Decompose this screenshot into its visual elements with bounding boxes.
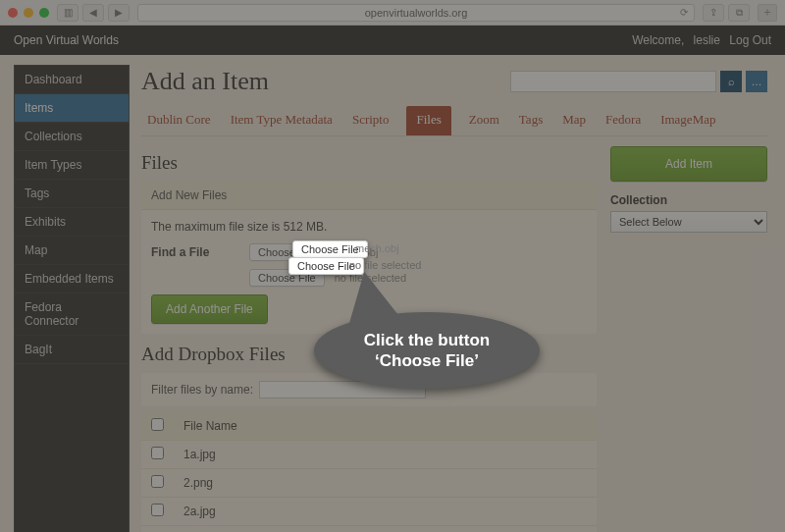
nav-back-icon[interactable]: ◀: [82, 4, 104, 22]
tab-files[interactable]: Files: [406, 106, 450, 135]
spotlight-file1-name: mesh.obj: [355, 242, 399, 254]
tab-imagemap[interactable]: ImageMap: [658, 106, 717, 135]
tab-dublin-core[interactable]: Dublin Core: [145, 106, 213, 135]
spotlight-file2-status: no file selected: [349, 259, 421, 271]
row-checkbox[interactable]: [151, 475, 164, 488]
address-bar[interactable]: openvirtualworlds.org ⟳: [137, 4, 695, 22]
window-controls: [8, 8, 49, 18]
add-item-button[interactable]: Add Item: [610, 146, 767, 182]
tab-scripto[interactable]: Scripto: [350, 106, 392, 135]
username-link[interactable]: leslie: [694, 33, 720, 47]
add-files-panel-title: Add New Files: [141, 182, 597, 210]
search-advanced-button[interactable]: …: [746, 71, 767, 92]
max-size-note: The maximum file size is 512 MB.: [151, 220, 587, 234]
table-row: 2b.png: [141, 526, 597, 533]
dropbox-table: File Name 1a.jpg2.png2a.jpg2b.png: [141, 412, 597, 532]
item-tabs: Dublin CoreItem Type MetadataScriptoFile…: [141, 106, 767, 136]
reload-icon[interactable]: ⟳: [680, 7, 688, 18]
sidebar-toggle-icon[interactable]: ▥: [57, 4, 78, 22]
sidebar-item-dashboard[interactable]: Dashboard: [15, 66, 129, 94]
new-tab-button[interactable]: ＋: [758, 4, 777, 22]
ellipsis-icon: …: [752, 76, 762, 87]
close-window-icon[interactable]: [8, 8, 18, 18]
table-row: 1a.jpg: [141, 441, 597, 469]
find-file-label: Find a File: [151, 245, 239, 259]
filter-label: Filter files by name:: [151, 383, 253, 397]
sidebar-item-items[interactable]: Items: [15, 94, 129, 123]
minimize-window-icon[interactable]: [24, 8, 33, 18]
app-header: Open Virtual Worlds Welcome, leslie Log …: [0, 26, 785, 55]
tab-item-type-metadata[interactable]: Item Type Metadata: [229, 106, 335, 135]
sidebar-item-fedora-connector[interactable]: Fedora Connector: [15, 293, 129, 336]
collection-label: Collection: [610, 193, 767, 207]
table-row: 2.png: [141, 469, 597, 498]
collection-select[interactable]: Select Below: [610, 211, 767, 233]
filename-cell: 1a.jpg: [174, 441, 597, 469]
add-files-panel: Add New Files The maximum file size is 5…: [141, 182, 597, 334]
address-bar-url: openvirtualworlds.org: [365, 7, 468, 19]
col-filename: File Name: [174, 412, 597, 441]
tabs-icon[interactable]: ⧉: [728, 4, 750, 22]
nav-forward-icon[interactable]: ▶: [108, 4, 130, 22]
filename-cell: 2b.png: [174, 526, 597, 533]
files-heading: Files: [141, 152, 597, 174]
tab-fedora[interactable]: Fedora: [603, 106, 643, 135]
user-area: Welcome, leslie Log Out: [632, 33, 771, 47]
maximize-window-icon[interactable]: [39, 8, 49, 18]
search-input[interactable]: [510, 71, 716, 92]
browser-toolbar: ▥ ◀ ▶ openvirtualworlds.org ⟳ ⇪ ⧉ ＋: [0, 0, 785, 26]
share-icon[interactable]: ⇪: [703, 4, 724, 22]
admin-sidebar: DashboardItemsCollectionsItem TypesTagsE…: [14, 65, 130, 532]
sidebar-item-bagit[interactable]: BagIt: [15, 336, 129, 364]
filter-input[interactable]: [259, 381, 426, 399]
page-title: Add an Item: [141, 67, 269, 96]
select-all-checkbox[interactable]: [151, 418, 164, 431]
sidebar-item-item-types[interactable]: Item Types: [15, 151, 129, 180]
tab-tags[interactable]: Tags: [517, 106, 545, 135]
dropbox-heading: Add Dropbox Files: [141, 344, 597, 365]
row-checkbox[interactable]: [151, 504, 164, 516]
filename-cell: 2a.jpg: [174, 498, 597, 526]
search-button[interactable]: ⌕: [720, 71, 742, 92]
row-checkbox[interactable]: [151, 447, 164, 459]
table-row: 2a.jpg: [141, 498, 597, 526]
dropbox-filter-row: Filter files by name:: [141, 373, 597, 406]
site-title[interactable]: Open Virtual Worlds: [14, 33, 119, 47]
sidebar-item-map[interactable]: Map: [15, 237, 129, 265]
sidebar-item-embedded-items[interactable]: Embedded Items: [15, 265, 129, 293]
add-another-file-button[interactable]: Add Another File: [151, 294, 268, 324]
tab-map[interactable]: Map: [560, 106, 588, 135]
search-icon: ⌕: [728, 76, 735, 87]
sidebar-item-exhibits[interactable]: Exhibits: [15, 208, 129, 237]
tab-zoom[interactable]: Zoom: [467, 106, 501, 135]
logout-link[interactable]: Log Out: [729, 33, 771, 47]
welcome-prefix: Welcome,: [632, 33, 687, 47]
filename-cell: 2.png: [174, 469, 597, 498]
sidebar-item-tags[interactable]: Tags: [15, 180, 129, 208]
sidebar-item-collections[interactable]: Collections: [15, 123, 129, 151]
